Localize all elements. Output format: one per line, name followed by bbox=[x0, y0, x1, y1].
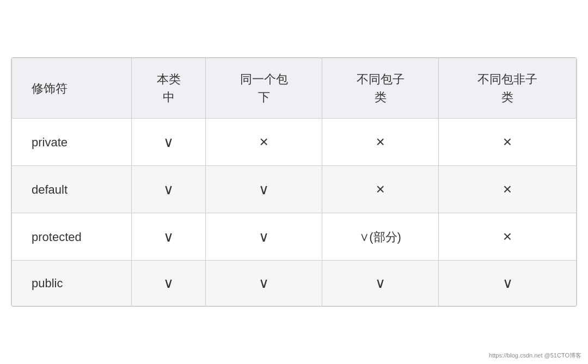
table-row-private: private ∨ × × × bbox=[12, 119, 577, 166]
private-diff-subclass: × bbox=[322, 119, 439, 166]
private-same-package: × bbox=[206, 119, 322, 166]
access-modifier-table: 修饰符 本类中 同一个包下 不同包子类 不同包非子类 private ∨ bbox=[11, 57, 577, 307]
table-row-public: public ∨ ∨ ∨ ∨ bbox=[12, 261, 577, 306]
public-diff-subclass: ∨ bbox=[322, 261, 439, 306]
col-header-same-package: 同一个包下 bbox=[206, 58, 322, 119]
protected-same-package: ∨ bbox=[206, 213, 322, 261]
modifier-private: private bbox=[12, 119, 132, 166]
col-header-same-class: 本类中 bbox=[132, 58, 206, 119]
modifier-default: default bbox=[12, 166, 132, 213]
table-header-row: 修饰符 本类中 同一个包下 不同包子类 不同包非子类 bbox=[12, 58, 577, 119]
col-header-modifier: 修饰符 bbox=[12, 58, 132, 119]
private-diff-non-subclass: × bbox=[439, 119, 577, 166]
modifier-public: public bbox=[12, 261, 132, 306]
watermark: https://blog.csdn.net @51CTO博客 bbox=[489, 351, 581, 360]
col-header-diff-package-subclass: 不同包子类 bbox=[322, 58, 439, 119]
modifier-protected: protected bbox=[12, 213, 132, 261]
protected-same-class: ∨ bbox=[132, 213, 206, 261]
default-diff-non-subclass: × bbox=[439, 166, 577, 213]
protected-diff-non-subclass: × bbox=[439, 213, 577, 261]
private-same-class: ∨ bbox=[132, 119, 206, 166]
default-diff-subclass: × bbox=[322, 166, 439, 213]
public-same-class: ∨ bbox=[132, 261, 206, 306]
table-row-protected: protected ∨ ∨ ∨(部分) × bbox=[12, 213, 577, 261]
public-same-package: ∨ bbox=[206, 261, 322, 306]
col-header-diff-package-non-subclass: 不同包非子类 bbox=[439, 58, 577, 119]
table-row-default: default ∨ ∨ × × bbox=[12, 166, 577, 213]
default-same-package: ∨ bbox=[206, 166, 322, 213]
default-same-class: ∨ bbox=[132, 166, 206, 213]
public-diff-non-subclass: ∨ bbox=[439, 261, 577, 306]
protected-diff-subclass: ∨(部分) bbox=[322, 213, 439, 261]
